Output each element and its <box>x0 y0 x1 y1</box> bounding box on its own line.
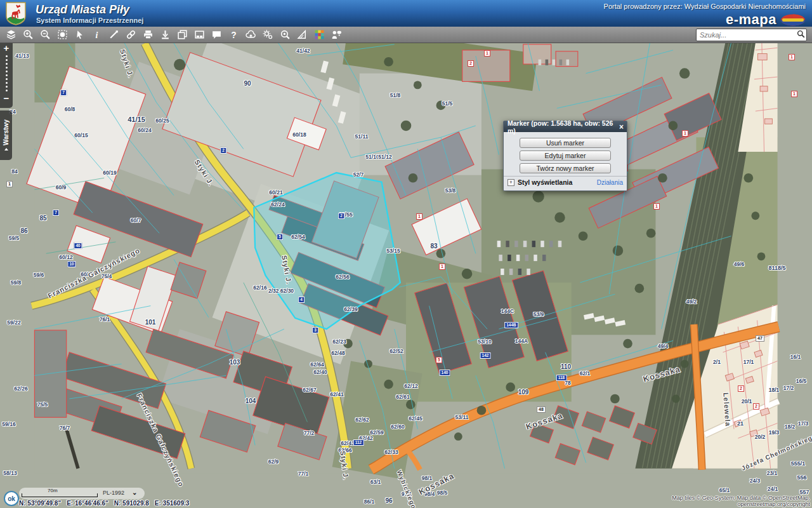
zoom-slider[interactable] <box>6 55 8 91</box>
layers-panel-tab[interactable]: Warstwy <box>0 110 12 160</box>
attribution-line1: Map tiles © Geo-System; Map data © OpenS… <box>672 495 810 501</box>
toolbar: i ? <box>0 27 812 43</box>
link-tool-button[interactable] <box>122 27 140 43</box>
delete-marker-button[interactable]: Usuń marker <box>520 138 611 148</box>
download-tool-button[interactable] <box>157 27 174 43</box>
settings-tool-button[interactable] <box>259 27 277 43</box>
scale-label: 70m <box>48 488 58 493</box>
portal-note: Portal prowadzony przez: Wydział Gospoda… <box>604 3 806 10</box>
geo-system-logo-icon <box>780 14 806 26</box>
marker-dialog-title: Marker (pow: 1.5638 ha, obw: 526 m) <box>508 119 619 135</box>
layers-tab-label: Warstwy <box>3 119 10 145</box>
search-object-tool-button[interactable] <box>277 27 294 43</box>
panels-tool-button[interactable] <box>191 27 208 43</box>
brand-text: e-mapa <box>726 11 776 28</box>
select-area-tool-button[interactable] <box>54 27 71 43</box>
svg-text:?: ? <box>231 30 236 40</box>
help-tool-button[interactable]: ? <box>225 27 242 43</box>
crs-select[interactable]: PL-1992 <box>103 490 124 496</box>
create-marker-button[interactable]: Twórz nowy marker <box>520 163 611 173</box>
map-canvas[interactable] <box>0 43 812 508</box>
coord-e-m: E: 351609.3 <box>155 500 190 507</box>
marker-dialog-footer: + Styl wyświetlania Działania <box>504 176 627 189</box>
pointer-tool-button[interactable] <box>71 27 88 43</box>
coord-n-m: N: 591029.8 <box>114 500 149 507</box>
brand-logo: e-mapa <box>726 11 806 28</box>
ok-button[interactable]: ok <box>4 491 19 506</box>
map-viewport: 41/1341/1541/429060/1860/2460/2560/860/1… <box>0 43 812 508</box>
expand-triangle-icon <box>4 148 8 150</box>
coord-e-dms: E: 16°46'46.6" <box>67 500 108 507</box>
app-window: Urząd Miasta Piły System Informacji Prze… <box>0 0 812 508</box>
copy-view-tool-button[interactable] <box>174 27 191 43</box>
map-attribution: Map tiles © Geo-System; Map data © OpenS… <box>672 495 810 507</box>
cloud-upload-tool-button[interactable] <box>242 27 259 43</box>
comment-tool-button[interactable] <box>208 27 225 43</box>
info-tool-button[interactable]: i <box>88 27 105 43</box>
actions-link[interactable]: Działania <box>597 179 623 186</box>
svg-text:i: i <box>96 30 98 40</box>
zoom-out-button[interactable]: − <box>4 93 10 104</box>
close-icon[interactable]: × <box>619 123 624 131</box>
scale-bar: 70m PL-1992 ⌄ <box>19 488 145 499</box>
coordinates-readout: N: 53°09'49.8"E: 16°46'46.6"N: 591029.8E… <box>19 500 195 507</box>
search-box <box>696 29 807 41</box>
page-subtitle: System Informacji Przestrzennej <box>36 17 143 24</box>
zoom-in-tool-button[interactable] <box>20 27 37 43</box>
edit-marker-button[interactable]: Edytuj marker <box>520 150 611 161</box>
marker-dialog-body: Usuń marker Edytuj marker Twórz nowy mar… <box>504 132 627 190</box>
style-section-label: Styl wyświetlania <box>518 178 597 186</box>
scale-line <box>22 493 98 497</box>
draw-tool-button[interactable] <box>105 27 122 43</box>
page-title: Urząd Miasta Piły <box>36 3 129 17</box>
layers-tool-button[interactable] <box>3 27 20 43</box>
search-input[interactable] <box>696 29 807 41</box>
slope-tool-button[interactable] <box>294 27 311 43</box>
marker-dialog: Marker (pow: 1.5638 ha, obw: 526 m) × Us… <box>503 121 627 191</box>
zoom-control: + − <box>0 43 13 108</box>
print-tool-button[interactable] <box>140 27 157 43</box>
zoom-in-button[interactable]: + <box>4 43 10 53</box>
feedback-tool-button[interactable] <box>328 27 345 43</box>
expand-plus-icon[interactable]: + <box>508 179 514 186</box>
coord-n-dms: N: 53°09'49.8" <box>19 500 61 507</box>
attribution-line2[interactable]: openstreetmap.org/copyright <box>672 501 810 507</box>
zoom-out-tool-button[interactable] <box>37 27 54 43</box>
marker-dialog-titlebar[interactable]: Marker (pow: 1.5638 ha, obw: 526 m) × <box>504 121 627 132</box>
legend-tool-button[interactable] <box>311 27 328 43</box>
chevron-down-icon[interactable]: ⌄ <box>132 489 137 496</box>
search-icon[interactable] <box>797 30 805 38</box>
city-crest-logo <box>6 2 26 25</box>
header-bar: Urząd Miasta Piły System Informacji Prze… <box>0 0 812 27</box>
